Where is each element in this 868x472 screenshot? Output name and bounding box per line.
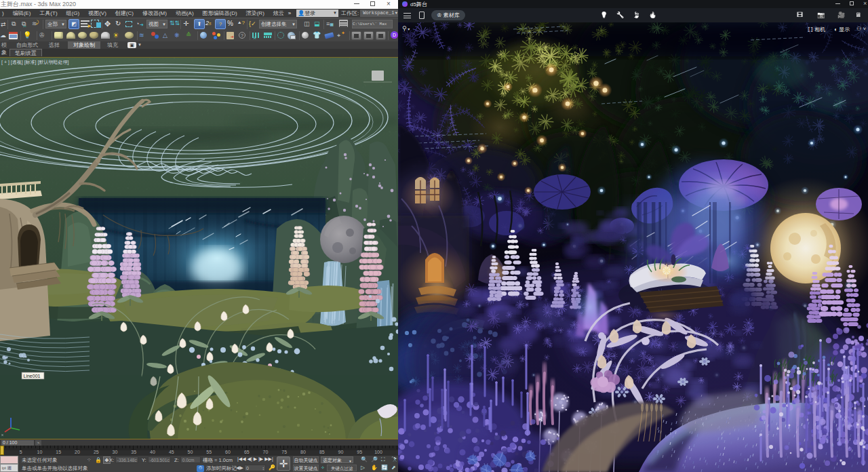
svg-text:x: x <box>1 433 3 437</box>
svg-text:Line001: Line001 <box>24 374 41 378</box>
